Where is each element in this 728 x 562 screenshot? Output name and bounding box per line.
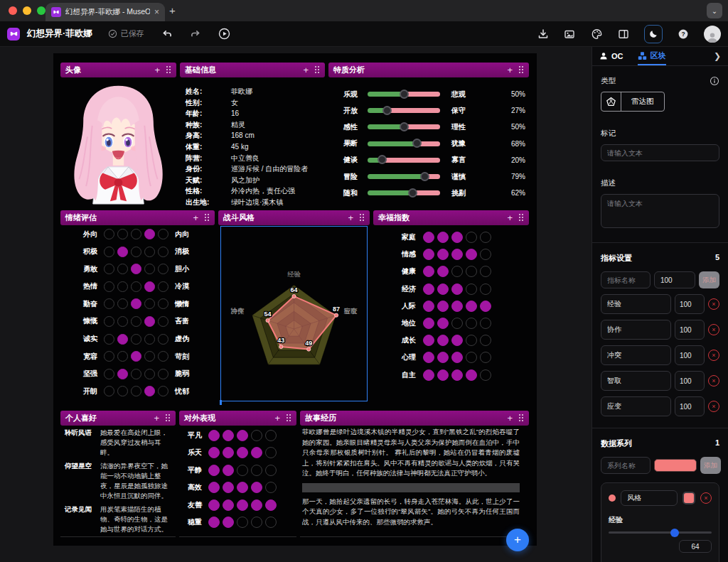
trait-slider[interactable] <box>368 124 440 129</box>
play-preview-button[interactable] <box>218 28 230 40</box>
rating-dot[interactable] <box>117 316 128 327</box>
type-info-icon[interactable] <box>710 76 719 86</box>
rating-dot[interactable] <box>104 298 114 309</box>
rating-dot[interactable] <box>451 301 463 312</box>
rating-dot[interactable] <box>451 352 463 363</box>
browser-tab[interactable]: 幻想异界-菲欧娜 - MuseOC × <box>46 3 165 21</box>
rating-dot[interactable] <box>117 369 128 379</box>
radar-type-icon[interactable] <box>601 92 621 111</box>
trait-slider-knob[interactable] <box>378 155 387 164</box>
rating-dot[interactable] <box>251 499 262 511</box>
block-header-story[interactable]: 故事经历 + <box>300 411 529 426</box>
block-type-label[interactable]: 雷达图 <box>621 92 664 111</box>
rating-dot[interactable] <box>104 264 114 274</box>
rating-dot[interactable] <box>423 266 434 277</box>
rating-dot[interactable] <box>437 301 449 312</box>
rating-dot[interactable] <box>451 232 463 243</box>
rating-dot[interactable] <box>158 369 168 379</box>
rating-dot[interactable] <box>104 281 114 292</box>
rating-dot[interactable] <box>480 301 491 312</box>
rating-dot[interactable] <box>437 352 449 363</box>
browser-downloads-chevron-icon[interactable]: ⌄ <box>707 3 722 18</box>
tab-oc[interactable]: OC <box>599 47 623 65</box>
drag-handle-icon[interactable] <box>287 414 291 422</box>
rating-dot[interactable] <box>480 266 491 277</box>
trait-slider[interactable] <box>368 158 440 163</box>
rating-dot[interactable] <box>158 316 168 327</box>
rating-dot[interactable] <box>158 281 168 292</box>
rating-dot[interactable] <box>104 229 114 239</box>
indicator-name-input[interactable] <box>601 271 651 288</box>
rating-dot[interactable] <box>158 247 168 257</box>
rating-dot[interactable] <box>480 249 491 260</box>
app-logo-icon[interactable] <box>7 28 20 40</box>
rating-dot[interactable] <box>131 386 141 396</box>
sidebar-collapse-icon[interactable]: ❯ <box>714 51 721 61</box>
rating-dot[interactable] <box>131 334 141 345</box>
trait-slider-knob[interactable] <box>382 106 392 115</box>
rating-dot[interactable] <box>237 465 248 476</box>
rating-dot[interactable] <box>237 482 248 493</box>
drag-handle-icon[interactable] <box>360 214 365 222</box>
rating-dot[interactable] <box>423 232 434 243</box>
block-type-control[interactable]: 雷达图 <box>601 92 665 112</box>
rating-dot[interactable] <box>131 351 141 362</box>
rating-dot[interactable] <box>423 335 434 346</box>
rating-dot[interactable] <box>251 482 262 493</box>
empty-paragraph-placeholder[interactable] <box>302 483 520 492</box>
indicator-name-field[interactable] <box>601 396 671 416</box>
block-header-avatar[interactable]: 头像 + <box>60 63 176 77</box>
block-header-emotion[interactable]: 情绪评估 + <box>60 210 215 225</box>
add-icon[interactable]: + <box>507 414 513 423</box>
rating-dot[interactable] <box>117 351 128 362</box>
block-header-happiness[interactable]: 幸福指数 + <box>373 210 529 225</box>
drag-handle-icon[interactable] <box>519 66 524 74</box>
rating-dot[interactable] <box>131 229 141 239</box>
rating-dot[interactable] <box>144 351 155 362</box>
trait-slider-knob[interactable] <box>400 90 409 99</box>
rating-dot[interactable] <box>451 335 463 346</box>
rating-dot[interactable] <box>265 499 277 511</box>
character-sheet-canvas[interactable]: 头像 + 基础信息 + 特质分析 + 情绪评估 + 战斗风格 + 幸福指数 + … <box>53 53 537 546</box>
help-button[interactable]: ? <box>678 28 689 40</box>
indicator-max-field[interactable] <box>675 345 705 365</box>
rating-dot[interactable] <box>208 499 220 511</box>
indicator-delete-button[interactable]: × <box>708 298 719 310</box>
rating-dot[interactable] <box>466 369 477 381</box>
rating-dot[interactable] <box>423 352 434 363</box>
rating-dot[interactable] <box>158 386 168 396</box>
series-slider-track[interactable] <box>609 531 712 534</box>
indicator-max-field[interactable] <box>675 371 705 391</box>
add-icon[interactable]: + <box>274 414 280 423</box>
drag-handle-icon[interactable] <box>205 214 210 222</box>
rating-dot[interactable] <box>237 499 248 511</box>
indicator-delete-button[interactable]: × <box>708 401 719 412</box>
indicator-max-field[interactable] <box>675 294 705 314</box>
trait-slider-knob[interactable] <box>412 139 422 148</box>
rating-dot[interactable] <box>223 447 234 458</box>
rating-dot[interactable] <box>117 247 128 257</box>
rating-dot[interactable] <box>144 334 155 345</box>
rating-dot[interactable] <box>480 283 491 295</box>
window-minimize-button[interactable] <box>23 6 31 15</box>
tag-input[interactable] <box>601 144 719 161</box>
rating-dot[interactable] <box>437 249 449 260</box>
rating-dot[interactable] <box>437 232 449 243</box>
rating-dot[interactable] <box>158 264 168 274</box>
add-block-fab[interactable]: + <box>506 529 529 551</box>
rating-dot[interactable] <box>117 386 128 396</box>
series-slider-knob[interactable] <box>670 529 679 537</box>
rating-dot[interactable] <box>466 301 477 312</box>
indicator-delete-button[interactable]: × <box>708 324 719 335</box>
drag-handle-icon[interactable] <box>166 66 171 74</box>
rating-dot[interactable] <box>223 517 234 528</box>
trait-slider-knob[interactable] <box>408 188 417 198</box>
rating-dot[interactable] <box>104 316 114 327</box>
combat-radar-chart[interactable]: 经验协作冲突智取应变6454434987 <box>220 226 368 401</box>
rating-dot[interactable] <box>208 517 220 528</box>
description-textarea[interactable] <box>601 194 719 228</box>
rating-dot[interactable] <box>237 517 248 528</box>
drag-handle-icon[interactable] <box>166 414 171 422</box>
rating-dot[interactable] <box>104 334 114 345</box>
rating-dot[interactable] <box>437 266 449 277</box>
